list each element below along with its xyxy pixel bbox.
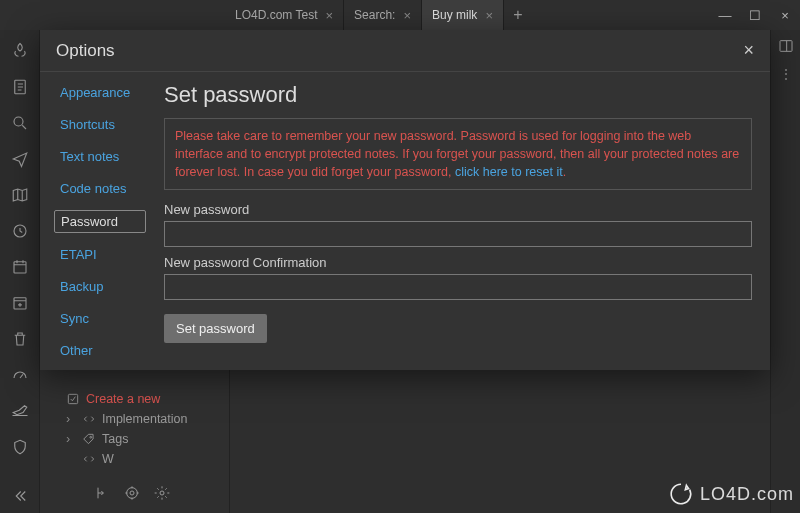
nav-sync[interactable]: Sync [54,308,146,329]
nav-shortcuts[interactable]: Shortcuts [54,114,146,135]
tree-item-tags[interactable]: › Tags [40,429,229,449]
tree-item-label: W [102,452,114,466]
nav-password[interactable]: Password [54,210,146,233]
nav-etapi[interactable]: ETAPI [54,244,146,265]
app-root: LO4D.com Test × Search: × Buy milk × + —… [0,0,800,513]
tree-item-label: Implementation [102,412,187,426]
close-icon[interactable]: × [485,8,493,23]
svg-point-10 [160,491,164,495]
tab-label: Buy milk [432,8,477,22]
svg-point-9 [130,491,134,495]
tab-3[interactable]: Buy milk × [422,0,504,30]
warning-tail: . [563,165,566,179]
svg-rect-11 [780,41,792,52]
tree-settings-icon[interactable] [154,485,170,505]
tree-toolbar [40,485,229,505]
svg-point-7 [90,436,92,438]
map-icon[interactable] [11,186,29,204]
logo-icon [11,42,29,60]
history-icon[interactable] [11,222,29,240]
tree-target-icon[interactable] [124,485,140,505]
new-password-input[interactable] [164,221,752,247]
tab-1[interactable]: LO4D.com Test × [225,0,344,30]
nav-appearance[interactable]: Appearance [54,82,146,103]
document-icon[interactable] [11,78,29,96]
reset-password-link[interactable]: click here to reset it [455,165,563,179]
password-warning: Please take care to remember your new pa… [164,118,752,190]
collapse-icon[interactable] [11,487,29,505]
shield-icon[interactable] [11,438,29,456]
nav-backup[interactable]: Backup [54,276,146,297]
nav-text-notes[interactable]: Text notes [54,146,146,167]
tab-bar: LO4D.com Test × Search: × Buy milk × + —… [0,0,800,30]
app-close-button[interactable]: × [770,0,800,30]
close-icon[interactable]: × [325,8,333,23]
options-content: Set password Please take care to remembe… [150,72,770,370]
takeoff-icon[interactable] [11,402,29,420]
search-icon[interactable] [11,114,29,132]
tree-item-create[interactable]: Create a new [40,389,229,409]
tree-item-label: Tags [102,432,128,446]
tab-label: LO4D.com Test [235,8,317,22]
dialog-title: Options [56,41,115,61]
nav-other[interactable]: Other [54,340,146,361]
options-dialog: Options × Appearance Shortcuts Text note… [40,30,770,370]
tree-item-impl[interactable]: › Implementation [40,409,229,429]
left-rail [0,30,40,513]
tree-item-label: Create a new [86,392,160,406]
confirm-password-input[interactable] [164,274,752,300]
tree-item-w[interactable]: W [40,449,229,469]
set-password-button[interactable]: Set password [164,314,267,343]
tab-2[interactable]: Search: × [344,0,422,30]
options-nav: Appearance Shortcuts Text notes Code not… [40,72,150,370]
nav-code-notes[interactable]: Code notes [54,178,146,199]
minimize-button[interactable]: — [710,0,740,30]
maximize-button[interactable]: ☐ [740,0,770,30]
panel-split-icon[interactable] [778,38,794,58]
close-icon[interactable]: × [743,40,754,61]
svg-point-1 [14,117,23,126]
svg-point-8 [127,488,138,499]
svg-rect-3 [14,262,26,273]
kebab-icon[interactable]: ⋮ [779,72,793,76]
send-icon[interactable] [11,150,29,168]
gauge-icon[interactable] [11,366,29,384]
close-icon[interactable]: × [403,8,411,23]
tree-collapse-icon[interactable] [94,485,110,505]
tab-label: Search: [354,8,395,22]
svg-rect-6 [68,394,77,403]
right-rail: ⋮ [770,30,800,513]
calendar-icon[interactable] [11,258,29,276]
section-heading: Set password [164,82,752,108]
label-new-password: New password [164,202,752,217]
trash-icon[interactable] [11,330,29,348]
calendar-add-icon[interactable] [11,294,29,312]
label-confirm-password: New password Confirmation [164,255,752,270]
new-tab-button[interactable]: + [504,0,532,30]
